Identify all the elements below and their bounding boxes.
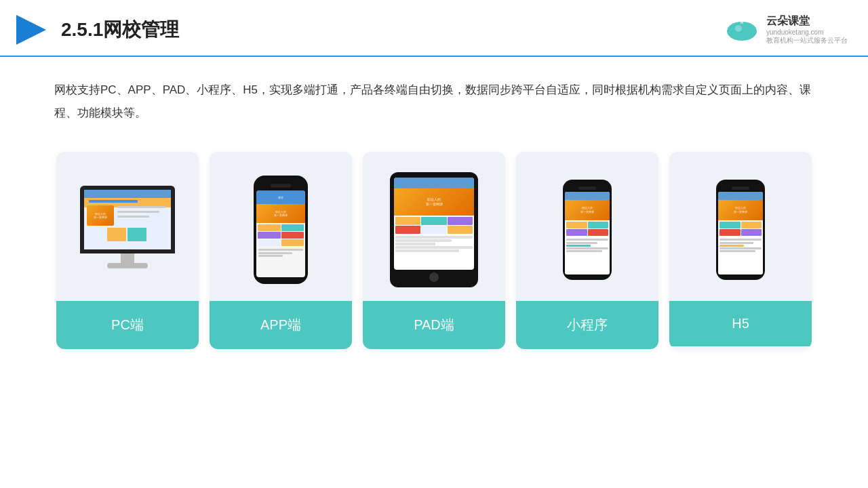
h5-image-area: 职达人的第一堂网课 [669, 152, 812, 301]
h5-label: H5 [669, 301, 812, 346]
app-image-area: 课堂 职达人的第一堂网课 [210, 152, 352, 301]
pc-image-area: 职达人的第一堂网课 [56, 152, 199, 301]
phone-mockup: 课堂 职达人的第一堂网课 [254, 176, 308, 284]
card-h5: 职达人的第一堂网课 H5 [669, 152, 812, 349]
header-left: 2.5.1网校管理 [14, 12, 179, 47]
phone-sm-mockup-1: 职达人的第一堂网课 [563, 180, 612, 280]
page-title: 2.5.1网校管理 [61, 17, 179, 43]
pc-label: PC端 [56, 301, 199, 349]
play-icon [14, 12, 49, 47]
card-pad: 职达人的第一堂网课 [363, 152, 505, 349]
phone-sm-mockup-2: 职达人的第一堂网课 [716, 180, 765, 280]
logo-area: 云朵课堂 yunduoketang.com 教育机构一站式服务云平台 [724, 14, 848, 45]
miniprogram-image-area: 职达人的第一堂网课 [516, 152, 658, 301]
card-pc: 职达人的第一堂网课 [56, 152, 199, 349]
pad-image-area: 职达人的第一堂网课 [363, 152, 505, 301]
svg-point-4 [735, 25, 742, 32]
tablet-mockup: 职达人的第一堂网课 [390, 172, 478, 287]
svg-point-3 [741, 24, 755, 35]
svg-marker-0 [16, 15, 46, 45]
card-miniprogram: 职达人的第一堂网课 小程序 [516, 152, 658, 349]
miniprogram-label: 小程序 [516, 301, 658, 349]
monitor-mockup: 职达人的第一堂网课 [73, 186, 182, 274]
description-text: 网校支持PC、APP、PAD、小程序、H5，实现多端打通，产品各终端自由切换，数… [0, 57, 868, 138]
cloud-logo-icon [724, 16, 761, 43]
app-label: APP端 [210, 301, 352, 349]
cards-container: 职达人的第一堂网课 [0, 138, 868, 369]
card-app: 课堂 职达人的第一堂网课 [210, 152, 352, 349]
logo-text: 云朵课堂 yunduoketang.com 教育机构一站式服务云平台 [766, 14, 848, 45]
header: 2.5.1网校管理 云朵课堂 yunduoketang.com 教育机构一站式服… [0, 0, 868, 57]
pad-label: PAD端 [363, 301, 505, 349]
